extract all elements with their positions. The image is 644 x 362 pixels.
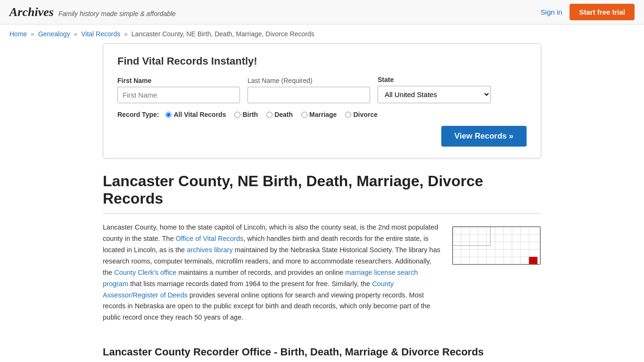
radio-divorce[interactable]: Divorce — [345, 111, 377, 118]
start-trial-button[interactable]: Start free trial — [570, 4, 635, 20]
breadcrumb-vital-records[interactable]: Vital Records — [81, 30, 120, 38]
breadcrumb-current: Lancaster County, NE Birth, Death, Marri… — [132, 30, 314, 38]
first-name-input[interactable] — [117, 87, 240, 103]
breadcrumb-sep1: » — [31, 30, 34, 38]
page-title: Lancaster County, NE Birth, Death, Marri… — [103, 173, 541, 207]
radio-divorce-label: Divorce — [353, 111, 377, 118]
svg-rect-15 — [529, 257, 537, 264]
first-name-label: First Name — [117, 77, 240, 84]
breadcrumb-sep2: » — [74, 30, 78, 38]
radio-all-vital-label: All Vital Records — [173, 111, 226, 118]
view-records-button[interactable]: View Records » — [441, 126, 527, 147]
last-name-group: Last Name (Required) — [248, 77, 370, 103]
search-title: Find Vital Records Instantly! — [117, 55, 527, 67]
map-container — [452, 222, 541, 323]
radio-all-vital-input[interactable] — [165, 112, 172, 118]
last-name-input[interactable] — [248, 87, 370, 103]
link-county-clerk[interactable]: County Clerk's office — [114, 269, 176, 276]
link-vital-records[interactable]: Office of Vital Records — [176, 235, 244, 242]
state-select[interactable]: All United StatesAlabamaAlaskaArizonaArk… — [378, 86, 491, 103]
breadcrumb-home[interactable]: Home — [9, 30, 27, 38]
radio-death[interactable]: Death — [266, 111, 293, 118]
title-divider — [103, 213, 541, 214]
form-row-inputs: First Name Last Name (Required) State Al… — [117, 76, 527, 103]
content-text: Lancaster County, home to the state capi… — [103, 222, 440, 323]
ne-map — [452, 222, 541, 269]
breadcrumb-genealogy[interactable]: Genealogy — [38, 30, 70, 38]
sign-in-link[interactable]: Sign in — [541, 8, 562, 16]
radio-marriage[interactable]: Marriage — [301, 111, 337, 118]
radio-death-input[interactable] — [266, 112, 272, 118]
state-label: State — [378, 76, 491, 83]
brand-tagline: Family history made simple & affordable — [58, 10, 176, 17]
breadcrumb-sep3: » — [124, 30, 128, 38]
header-right: Sign in Start free trial — [541, 4, 635, 20]
record-type-row: Record Type: All Vital Records Birth Dea… — [117, 111, 527, 118]
body-text-4: maintains a number of records, and provi… — [176, 269, 345, 276]
radio-birth-input[interactable] — [234, 112, 240, 118]
search-box: Find Vital Records Instantly! First Name… — [103, 43, 541, 158]
radio-divorce-input[interactable] — [345, 112, 351, 118]
body-text-5: that lists marriage records dated from 1… — [128, 280, 372, 288]
radio-marriage-label: Marriage — [309, 111, 337, 118]
content-section: Lancaster County, home to the state capi… — [103, 222, 541, 323]
first-name-group: First Name — [117, 77, 240, 103]
header-left: Archives Family history made simple & af… — [9, 5, 176, 19]
state-group: State All United StatesAlabamaAlaskaAriz… — [378, 76, 491, 103]
record-type-label: Record Type: — [117, 111, 159, 118]
main-content: Find Vital Records Instantly! First Name… — [93, 43, 551, 362]
breadcrumb: Home » Genealogy » Vital Records » Lanca… — [0, 25, 644, 43]
brand-logo: Archives — [9, 5, 54, 19]
section2-heading: Lancaster County Recorder Office - Birth… — [103, 338, 541, 358]
radio-birth-label: Birth — [242, 111, 258, 118]
site-header: Archives Family history made simple & af… — [0, 0, 644, 25]
radio-marriage-input[interactable] — [301, 112, 307, 118]
last-name-label: Last Name (Required) — [248, 77, 370, 84]
radio-death-label: Death — [274, 111, 293, 118]
link-archives-library[interactable]: archives library — [187, 246, 233, 254]
radio-all-vital[interactable]: All Vital Records — [165, 111, 226, 118]
radio-birth[interactable]: Birth — [234, 111, 258, 118]
